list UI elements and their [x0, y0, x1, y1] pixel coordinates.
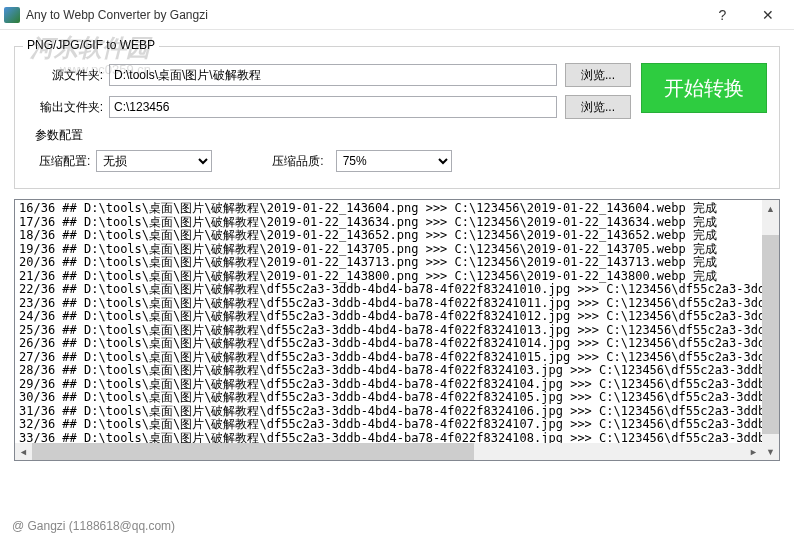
group-legend: PNG/JPG/GIF to WEBP: [23, 38, 159, 52]
titlebar: Any to Webp Converter by Gangzi ? ✕: [0, 0, 794, 30]
params-row: 压缩配置: 无损 压缩品质: 75%: [27, 150, 767, 172]
hscroll-thumb[interactable]: [32, 443, 474, 460]
log-output: 16/36 ## D:\tools\桌面\图片\破解教程\2019-01-22_…: [14, 199, 780, 461]
statusbar: @ Gangzi (1188618@qq.com): [0, 514, 794, 538]
vscroll-track[interactable]: [762, 217, 779, 443]
compress-label: 压缩配置:: [39, 153, 90, 170]
horizontal-scrollbar[interactable]: ◄ ►: [15, 443, 762, 460]
output-label: 输出文件夹:: [27, 99, 103, 116]
output-input[interactable]: [109, 96, 557, 118]
app-icon: [4, 7, 20, 23]
browse-source-button[interactable]: 浏览...: [565, 63, 631, 87]
source-label: 源文件夹:: [27, 67, 103, 84]
params-label: 参数配置: [35, 127, 767, 144]
scroll-left-icon[interactable]: ◄: [15, 443, 32, 460]
status-text: @ Gangzi (1188618@qq.com): [12, 519, 175, 533]
scroll-down-icon[interactable]: ▼: [762, 443, 779, 460]
hscroll-track[interactable]: [32, 443, 745, 460]
scroll-right-icon[interactable]: ►: [745, 443, 762, 460]
vertical-scrollbar[interactable]: ▲ ▼: [762, 200, 779, 460]
vscroll-thumb[interactable]: [762, 235, 779, 434]
quality-label: 压缩品质:: [272, 153, 323, 170]
main-content: 河东软件园 www.pc0359.cn PNG/JPG/GIF to WEBP …: [0, 30, 794, 189]
conversion-group: PNG/JPG/GIF to WEBP 源文件夹: 浏览... 输出文件夹: 浏…: [14, 46, 780, 189]
scroll-up-icon[interactable]: ▲: [762, 200, 779, 217]
compress-select[interactable]: 无损: [96, 150, 212, 172]
close-button[interactable]: ✕: [745, 1, 790, 29]
log-text[interactable]: 16/36 ## D:\tools\桌面\图片\破解教程\2019-01-22_…: [15, 200, 779, 443]
window-title: Any to Webp Converter by Gangzi: [26, 8, 700, 22]
browse-output-button[interactable]: 浏览...: [565, 95, 631, 119]
source-input[interactable]: [109, 64, 557, 86]
quality-select[interactable]: 75%: [336, 150, 452, 172]
help-button[interactable]: ?: [700, 1, 745, 29]
start-convert-button[interactable]: 开始转换: [641, 63, 767, 113]
